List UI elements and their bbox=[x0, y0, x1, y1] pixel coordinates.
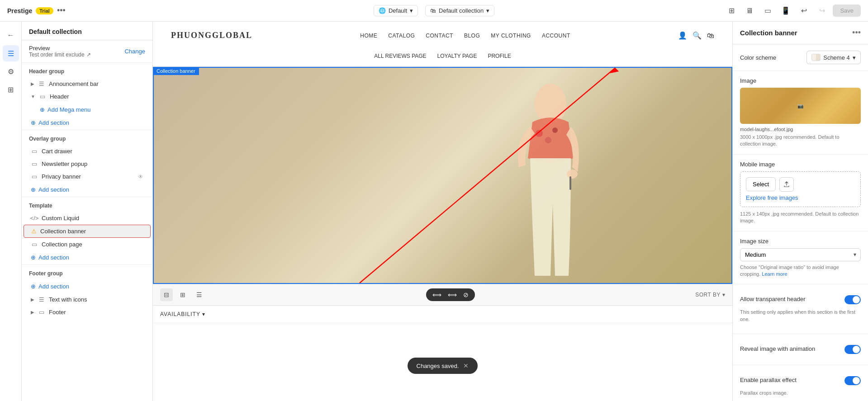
filter-btn[interactable]: ⟺ bbox=[432, 290, 442, 299]
transparent-header-label: Allow transparent header bbox=[740, 296, 806, 302]
nav-loyalty[interactable]: LOYALTY PAGE bbox=[437, 53, 477, 59]
preview-label: Preview bbox=[29, 45, 91, 52]
image-size-desc: Choose "Original image ratio" to avoid i… bbox=[740, 264, 861, 278]
mobile-image-section: Mobile image Select Explore free images … bbox=[733, 155, 868, 231]
topbar-more-btn[interactable]: ••• bbox=[57, 6, 66, 15]
nav-links: HOME CATALOG CONTACT BLOG MY CLOTHING AC… bbox=[360, 33, 570, 39]
image-label: Image bbox=[740, 77, 861, 84]
add-section-overlay-btn[interactable]: ⊕ Add section bbox=[24, 184, 151, 196]
sidebar-item-collection-page[interactable]: ▭ Collection page bbox=[24, 238, 151, 250]
color-scheme-select[interactable]: Scheme 4 ▾ bbox=[806, 51, 861, 64]
upload-icon-btn[interactable] bbox=[779, 177, 794, 192]
select-btn[interactable]: Select bbox=[746, 177, 776, 191]
newsletter-icon: ▭ bbox=[31, 160, 38, 167]
collection-banner-image bbox=[153, 67, 732, 284]
privacy-label: Privacy banner bbox=[42, 173, 134, 180]
apps-btn[interactable]: ⊞ bbox=[3, 81, 19, 98]
undo-btn[interactable]: ↩ bbox=[797, 4, 811, 18]
svg-rect-5 bbox=[569, 176, 571, 190]
settings-btn[interactable]: ⚙ bbox=[3, 63, 19, 80]
add-section-header-btn[interactable]: ⊕ Add section bbox=[24, 117, 151, 129]
reveal-image-toggle[interactable] bbox=[844, 345, 861, 354]
nav-home[interactable]: HOME bbox=[360, 33, 377, 39]
collection-select[interactable]: 🛍 Default collection ▾ bbox=[425, 5, 494, 16]
back-btn[interactable]: ← bbox=[3, 27, 19, 43]
add-section-template-btn[interactable]: ⊕ Add section bbox=[24, 251, 151, 264]
nav-all-reviews[interactable]: ALL REVIEWS PAGE bbox=[374, 53, 426, 59]
save-button[interactable]: Save bbox=[833, 5, 861, 17]
topbar-left: Prestige Trial ••• bbox=[7, 6, 289, 15]
nav-profile[interactable]: PROFILE bbox=[488, 53, 511, 59]
sidebar-item-header[interactable]: ▼ ▭ Header bbox=[24, 90, 151, 103]
parallax-row: Enable parallax effect bbox=[740, 372, 861, 390]
default-select[interactable]: 🌐 Default ▾ bbox=[374, 5, 418, 16]
grid-view-btn[interactable]: ⊞ bbox=[724, 4, 739, 18]
scheme-swatch bbox=[811, 54, 821, 61]
sidebar-item-text-with-icons[interactable]: ▶ ☰ Text with icons bbox=[24, 293, 151, 306]
sections-btn[interactable]: ☰ bbox=[3, 45, 19, 61]
grid-large-btn[interactable]: ⊟ bbox=[160, 288, 173, 301]
mobile-image-dashed: Select Explore free images bbox=[740, 171, 861, 207]
more-btn[interactable]: ⊘ bbox=[462, 290, 470, 299]
list-btn[interactable]: ☰ bbox=[193, 288, 205, 301]
cart-icon2[interactable]: 🛍 bbox=[707, 32, 714, 40]
sidebar-item-collection-banner[interactable]: ⚠ Collection banner bbox=[24, 225, 151, 238]
tablet-view-btn[interactable]: ▭ bbox=[760, 4, 775, 18]
mobile-image-label: Mobile image bbox=[740, 161, 861, 168]
desktop-view-btn[interactable]: 🖥 bbox=[742, 4, 757, 18]
change-link[interactable]: Change bbox=[124, 48, 145, 55]
chevron-down-icon2: ▾ bbox=[486, 7, 489, 14]
image-filename: model-laughs...efoot.jpg bbox=[740, 127, 861, 132]
expand-icon: ▶ bbox=[31, 81, 34, 86]
overlay-group-label: Overlay group bbox=[22, 130, 152, 145]
explore-free-images-link[interactable]: Explore free images bbox=[746, 194, 855, 201]
privacy-icon: ▭ bbox=[31, 173, 38, 180]
canvas-area: PHUONGGLOBAL HOME CATALOG CONTACT BLOG M… bbox=[153, 22, 732, 401]
user-icon[interactable]: 👤 bbox=[678, 31, 687, 40]
sort-btn[interactable]: ⟺ bbox=[447, 290, 458, 299]
sidebar-item-footer[interactable]: ▶ ▭ Footer bbox=[24, 306, 151, 318]
canvas-scroll[interactable]: PHUONGGLOBAL HOME CATALOG CONTACT BLOG M… bbox=[153, 22, 732, 401]
nav-blog[interactable]: BLOG bbox=[464, 33, 480, 39]
mobile-view-btn[interactable]: 📱 bbox=[778, 4, 793, 18]
nav-account[interactable]: ACCOUNT bbox=[542, 33, 570, 39]
grid-small-btn[interactable]: ⊞ bbox=[176, 288, 189, 301]
add-section-footer-btn[interactable]: ⊕ Add section bbox=[24, 280, 151, 292]
topbar-center: 🌐 Default ▾ 🛍 Default collection ▾ bbox=[293, 5, 575, 16]
availability-filter[interactable]: AVAILABILITY ▾ bbox=[160, 311, 205, 317]
banner-bg bbox=[154, 68, 731, 283]
expand-icon3: ▶ bbox=[31, 297, 34, 302]
footer-icon: ▭ bbox=[38, 309, 45, 316]
collection-banner-tag: Collection banner bbox=[153, 67, 199, 75]
settings-more-btn[interactable]: ••• bbox=[852, 28, 861, 38]
plus-icon2: ⊕ bbox=[31, 119, 36, 126]
preview-sublabel: Test order limit exclude ↗ bbox=[29, 52, 91, 58]
sidebar-item-custom-liquid[interactable]: </> Custom Liquid bbox=[24, 212, 151, 224]
sidebar-item-cart-drawer[interactable]: ▭ Cart drawer bbox=[24, 145, 151, 157]
learn-more-link[interactable]: Learn more bbox=[762, 271, 787, 277]
sidebar-item-announcement-bar[interactable]: ▶ ☰ Announcement bar bbox=[24, 78, 151, 90]
sidebar-item-privacy-banner[interactable]: ▭ Privacy banner 👁 bbox=[24, 170, 151, 183]
parallax-toggle[interactable] bbox=[844, 376, 861, 385]
image-size-select[interactable]: Small Medium Large Original image ratio bbox=[740, 248, 861, 261]
nav-contact[interactable]: CONTACT bbox=[426, 33, 453, 39]
nav-top: PHUONGGLOBAL HOME CATALOG CONTACT BLOG M… bbox=[153, 22, 732, 49]
redo-btn[interactable]: ↪ bbox=[815, 4, 829, 18]
toast-close-btn[interactable]: ✕ bbox=[463, 362, 469, 369]
collection-label: Default collection bbox=[439, 7, 484, 14]
collection-banner-label: Collection banner bbox=[40, 228, 143, 235]
settings-header: Collection banner ••• bbox=[733, 22, 868, 44]
filter-chevron: ▾ bbox=[202, 311, 205, 317]
image-preview[interactable]: 📷 bbox=[740, 88, 861, 124]
nav-catalog[interactable]: CATALOG bbox=[388, 33, 415, 39]
toast-message: Changes saved. bbox=[417, 363, 459, 369]
color-scheme-row: Color scheme Scheme 4 ▾ bbox=[740, 51, 861, 64]
store-nav: PHUONGGLOBAL HOME CATALOG CONTACT BLOG M… bbox=[153, 22, 732, 67]
search-icon[interactable]: 🔍 bbox=[693, 31, 702, 40]
sidebar-item-newsletter[interactable]: ▭ Newsletter popup bbox=[24, 158, 151, 170]
parallax-section: Enable parallax effect Parallax crops im… bbox=[733, 365, 868, 401]
nav-my-clothing[interactable]: MY CLOTHING bbox=[491, 33, 531, 39]
add-mega-menu-btn[interactable]: ⊕ Add Mega menu bbox=[24, 104, 151, 116]
toolbar-center: ⟺ ⟺ ⊘ bbox=[209, 288, 692, 301]
transparent-header-toggle[interactable] bbox=[844, 295, 861, 304]
